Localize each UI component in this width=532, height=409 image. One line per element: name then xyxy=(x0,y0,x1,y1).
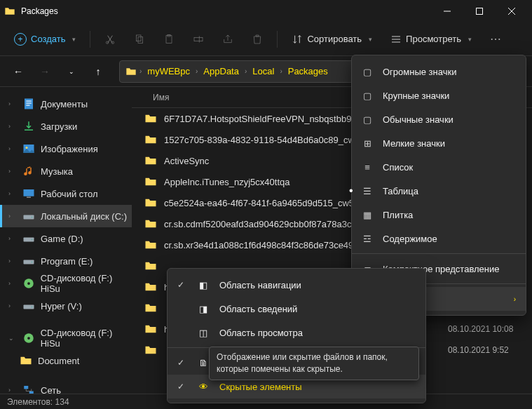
status-elements-label: Элементов: xyxy=(7,397,53,407)
sidebar-item[interactable]: ›Hyper (V:) xyxy=(0,295,132,317)
menu-label: Обычные значки xyxy=(383,114,453,125)
menu-icon: ▢ xyxy=(362,90,373,101)
check-icon: ✓ xyxy=(177,280,187,290)
sidebar-label: Hyper (V:) xyxy=(41,301,82,311)
menu-item[interactable]: ▢Обычные значки xyxy=(352,107,526,131)
share-button[interactable] xyxy=(215,27,240,52)
folder-icon xyxy=(144,112,157,125)
dots-icon: ⋯ xyxy=(490,32,502,46)
breadcrumb-item[interactable]: myWEBpc xyxy=(144,66,193,76)
maximize-button[interactable] xyxy=(463,0,496,22)
expand-icon: › xyxy=(8,145,17,152)
chevron-down-icon: ▾ xyxy=(72,36,76,43)
sidebar-label: Document xyxy=(38,356,79,366)
menu-label: Мелкие значки xyxy=(383,138,445,149)
sidebar-item[interactable]: ›Game (D:) xyxy=(0,227,132,250)
forward-button[interactable]: → xyxy=(34,60,56,83)
submenu-item[interactable]: ✓◧Область навигации xyxy=(168,273,425,297)
item-icon xyxy=(22,98,35,110)
folder-icon xyxy=(125,66,137,77)
svg-rect-11 xyxy=(26,105,29,106)
sidebar-item[interactable]: ›Загрузки xyxy=(0,115,132,138)
sidebar-item[interactable]: ›CD-дисковод (F:) HiSu xyxy=(0,272,132,295)
view-button[interactable]: Просмотреть ▾ xyxy=(383,27,479,52)
sidebar: ›Документы›Загрузки›Изображения›Музыка›Р… xyxy=(0,87,132,394)
more-button[interactable]: ⋯ xyxy=(483,27,509,52)
separator xyxy=(352,253,526,254)
sidebar-label: Загрузки xyxy=(41,121,77,132)
submenu-icon: ◫ xyxy=(197,328,210,338)
paste-button[interactable] xyxy=(156,27,182,52)
sidebar-item[interactable]: ›Документы xyxy=(0,93,132,115)
menu-item[interactable]: ☲Содержимое xyxy=(352,227,526,250)
delete-button[interactable] xyxy=(245,27,270,52)
chevron-right-icon: › xyxy=(139,67,142,75)
sidebar-item-network[interactable]: ›Сеть xyxy=(0,379,132,394)
folder-icon xyxy=(144,217,157,230)
svg-rect-10 xyxy=(26,103,32,104)
breadcrumb-item[interactable]: AppData xyxy=(200,66,242,76)
tooltip: Отображение или скрытие файлов и папок, … xyxy=(209,347,419,380)
check-icon: ✓ xyxy=(177,358,187,368)
folder-icon xyxy=(20,354,32,367)
sidebar-item[interactable]: ⌄CD-дисковод (F:) HiSu xyxy=(0,327,132,349)
breadcrumb-item[interactable]: Local xyxy=(250,66,277,76)
rename-button[interactable] xyxy=(186,27,211,52)
menu-item[interactable]: ⊞Мелкие значки xyxy=(352,131,526,155)
menu-item[interactable]: ▢Крупные значки xyxy=(352,83,526,107)
sidebar-label: Музыка xyxy=(41,166,73,177)
folder-icon xyxy=(144,281,157,293)
cut-button[interactable] xyxy=(97,27,123,52)
show-submenu: ✓◧Область навигации◨Область сведений◫Обл… xyxy=(167,268,426,403)
menu-icon: ▢ xyxy=(362,114,373,125)
back-button[interactable]: ← xyxy=(7,60,29,83)
chevron-right-icon: › xyxy=(245,67,247,75)
menu-item[interactable]: ≡Список xyxy=(352,155,526,179)
menu-label: Содержимое xyxy=(383,234,437,244)
svg-rect-8 xyxy=(25,99,33,109)
folder-icon xyxy=(144,239,157,251)
chevron-down-icon: ▾ xyxy=(468,36,472,43)
item-icon xyxy=(22,142,35,155)
file-date: 08.10.2021 9:52 xyxy=(448,345,532,355)
folder-icon xyxy=(144,133,157,146)
minimize-button[interactable] xyxy=(431,0,463,22)
expand-icon: › xyxy=(8,302,17,309)
svg-rect-28 xyxy=(24,386,28,389)
sidebar-item[interactable]: ›Рабочий стол xyxy=(0,182,132,205)
create-button[interactable]: + Создать ▾ xyxy=(7,27,83,52)
sidebar-item[interactable]: ›Program (E:) xyxy=(0,250,132,272)
copy-button[interactable] xyxy=(127,27,152,52)
submenu-icon: ◧ xyxy=(197,280,210,290)
expand-icon: › xyxy=(8,213,17,220)
up-button[interactable]: ↑ xyxy=(87,60,109,83)
create-label: Создать xyxy=(31,34,65,44)
breadcrumb-item[interactable]: Packages xyxy=(285,66,331,76)
menu-icon: ▢ xyxy=(362,67,373,77)
submenu-item[interactable]: ◨Область сведений xyxy=(168,297,425,321)
svg-rect-9 xyxy=(26,101,32,102)
sidebar-item[interactable]: Document xyxy=(0,349,132,372)
menu-item[interactable]: •☰Таблица xyxy=(352,179,526,203)
menu-label: Плитка xyxy=(383,210,413,220)
folder-icon xyxy=(144,175,157,188)
svg-rect-14 xyxy=(24,189,34,196)
folder-icon xyxy=(144,323,157,335)
plus-icon: + xyxy=(14,33,27,46)
expand-icon: ⌄ xyxy=(8,335,17,342)
sidebar-item[interactable]: ›Изображения xyxy=(0,138,132,160)
close-button[interactable] xyxy=(496,0,528,22)
folder-icon xyxy=(144,344,157,356)
sidebar-label: CD-дисковод (F:) HiSu xyxy=(41,273,132,294)
submenu-item[interactable]: ◫Область просмотра xyxy=(168,321,425,344)
menu-label: Таблица xyxy=(383,186,418,196)
sidebar-item[interactable]: ›Музыка xyxy=(0,160,132,182)
sidebar-label: Program (E:) xyxy=(41,256,93,267)
sort-button[interactable]: Сортировать ▾ xyxy=(285,27,379,52)
recent-button[interactable]: ⌄ xyxy=(60,60,83,83)
item-icon xyxy=(22,187,35,200)
menu-item[interactable]: ▦Плитка xyxy=(352,203,526,227)
sidebar-label: CD-дисковод (F:) HiSu xyxy=(41,328,132,349)
menu-item[interactable]: ▢Огромные значки xyxy=(352,60,526,83)
sidebar-item[interactable]: ›Локальный диск (C:) xyxy=(0,205,132,227)
